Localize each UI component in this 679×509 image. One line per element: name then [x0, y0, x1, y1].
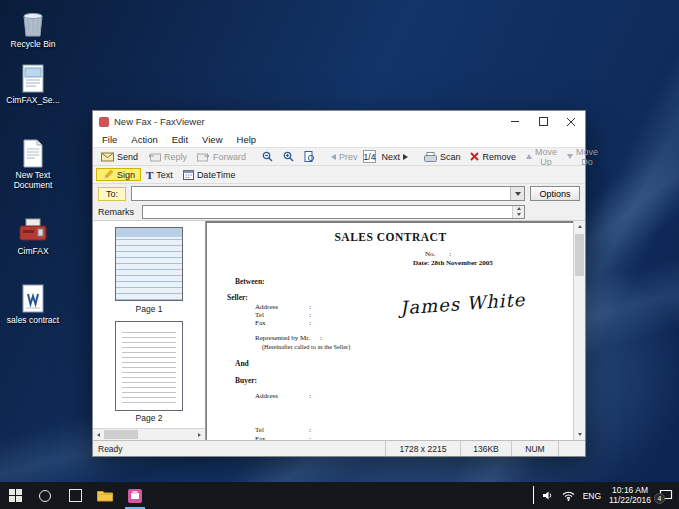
- remarks-label: Remarks: [98, 207, 137, 217]
- network-button[interactable]: [562, 487, 575, 505]
- contract-date-line: Date: 28th November 2005: [413, 259, 493, 267]
- scroll-up-button[interactable]: [574, 221, 585, 232]
- seller-tel-row: Tel :: [255, 311, 311, 319]
- desktop-icon-new-text-document[interactable]: New Text Document: [2, 137, 64, 190]
- document-page[interactable]: SALES CONTRACT No. : Date: 28th November…: [207, 223, 574, 440]
- file-explorer-button[interactable]: [90, 482, 120, 509]
- text-file-icon: [21, 137, 45, 169]
- fit-page-icon: [304, 151, 315, 162]
- recipient-combobox[interactable]: [131, 186, 525, 201]
- language-indicator[interactable]: ENG: [583, 491, 601, 501]
- text-tool-icon: T: [146, 170, 153, 180]
- volume-button[interactable]: [542, 487, 554, 505]
- task-view-icon: [69, 489, 82, 502]
- remove-button[interactable]: Remove: [465, 149, 521, 164]
- calendar-icon: [183, 169, 194, 180]
- scan-label: Scan: [440, 152, 461, 162]
- scrollbar-track[interactable]: [104, 429, 194, 440]
- tel-colon: :: [309, 311, 311, 319]
- thumbnail-horizontal-scrollbar[interactable]: [93, 428, 205, 440]
- scan-button[interactable]: Scan: [419, 149, 466, 164]
- remove-icon: [470, 152, 479, 161]
- scroll-down-button[interactable]: [574, 429, 585, 440]
- represented-label: Represented by Mr.: [255, 334, 310, 342]
- titlebar[interactable]: New Fax - FaxViewer: [93, 111, 585, 132]
- datetime-label: DateTime: [197, 170, 236, 180]
- hidden-icons-button[interactable]: [533, 487, 534, 505]
- faxviewer-app-icon: [99, 117, 109, 127]
- page-2-thumbnail[interactable]: [115, 321, 183, 411]
- close-button[interactable]: [557, 111, 585, 132]
- scrollbar-track[interactable]: [574, 232, 585, 429]
- datetime-button[interactable]: DateTime: [178, 167, 241, 182]
- remarks-input[interactable]: [142, 205, 525, 219]
- move-down-label: Move Do: [576, 147, 598, 167]
- send-icon: [101, 152, 114, 162]
- menu-view[interactable]: View: [195, 134, 229, 145]
- recycle-bin-icon: [20, 6, 46, 38]
- zoom-out-button[interactable]: [257, 149, 278, 164]
- scroll-right-button[interactable]: [194, 429, 205, 440]
- reply-label: Reply: [164, 152, 187, 162]
- forward-button[interactable]: Forward: [192, 149, 251, 164]
- task-view-button[interactable]: [60, 482, 90, 509]
- pencil-icon: [102, 169, 114, 181]
- scrollbar-thumb[interactable]: [575, 234, 584, 276]
- send-label: Send: [117, 152, 138, 162]
- move-up-label: Move Up: [535, 147, 557, 167]
- desktop-icon-cimfax-setup[interactable]: CimFAX_Se...: [2, 62, 64, 106]
- page-indicator[interactable]: 1/4: [363, 150, 377, 163]
- reply-button[interactable]: Reply: [143, 149, 192, 164]
- content-area: Page 1 Page 2 SALES CONTRACT No. : Date:: [93, 220, 585, 440]
- address-colon: :: [309, 303, 311, 311]
- arrow-right-icon: [198, 433, 201, 437]
- cortana-search-button[interactable]: [30, 482, 60, 509]
- sign-button[interactable]: Sign: [96, 168, 141, 181]
- signature: James White: [399, 289, 526, 319]
- to-button[interactable]: To:: [98, 187, 126, 201]
- seller-address-row: Address :: [255, 303, 311, 311]
- desktop-icon-recycle-bin[interactable]: Recycle Bin: [2, 6, 64, 50]
- text-tool-button[interactable]: T Text: [141, 167, 178, 182]
- start-button[interactable]: [0, 482, 30, 509]
- desktop-icon-label: New Text Document: [3, 171, 63, 190]
- arrow-down-icon: [578, 433, 582, 436]
- move-up-button[interactable]: Move Up: [521, 149, 562, 164]
- cimfax-taskbar-button[interactable]: [120, 482, 150, 509]
- scroll-left-button[interactable]: [93, 429, 104, 440]
- and-label: And: [235, 359, 249, 368]
- action-center-button[interactable]: 4: [659, 489, 673, 502]
- desktop-icon-label: CimFAX: [17, 247, 48, 257]
- desktop-icon-sales-contract[interactable]: sales contract: [2, 282, 64, 326]
- remarks-spinner[interactable]: [512, 206, 524, 218]
- fax-label: Fax: [255, 319, 309, 327]
- desktop-icon-label: CimFAX_Se...: [6, 96, 59, 106]
- taskbar-clock[interactable]: 10:16 AM 11/22/2016: [609, 486, 651, 505]
- maximize-button[interactable]: [529, 111, 557, 132]
- status-filesize: 136KB: [460, 441, 511, 456]
- menu-edit[interactable]: Edit: [165, 134, 195, 145]
- page-1-thumbnail[interactable]: [115, 227, 183, 301]
- move-down-button[interactable]: Move Do: [562, 149, 603, 164]
- cimfax-app-icon: [127, 488, 143, 504]
- fit-page-button[interactable]: [299, 149, 320, 164]
- minimize-button[interactable]: [501, 111, 529, 132]
- send-button[interactable]: Send: [96, 149, 143, 164]
- menu-action[interactable]: Action: [124, 134, 164, 145]
- desktop-icon-cimfax[interactable]: CimFAX: [2, 213, 64, 257]
- windows-logo-icon: [9, 489, 22, 502]
- resize-grip[interactable]: [558, 441, 585, 456]
- document-vertical-scrollbar[interactable]: [573, 221, 585, 440]
- contract-no-line: No. :: [425, 250, 451, 258]
- menu-file[interactable]: File: [95, 134, 124, 145]
- prev-page-button[interactable]: Prev: [326, 149, 363, 164]
- next-page-button[interactable]: Next: [376, 149, 413, 164]
- combobox-dropdown-button[interactable]: [510, 187, 524, 200]
- menu-help[interactable]: Help: [230, 134, 264, 145]
- hereinafter-note: (Hereinafter called to as the Seller): [262, 343, 350, 350]
- zoom-in-icon: [283, 151, 294, 162]
- spinner-down-button[interactable]: [513, 212, 524, 218]
- scrollbar-thumb[interactable]: [104, 430, 138, 439]
- zoom-in-button[interactable]: [278, 149, 299, 164]
- options-button[interactable]: Options: [530, 186, 580, 201]
